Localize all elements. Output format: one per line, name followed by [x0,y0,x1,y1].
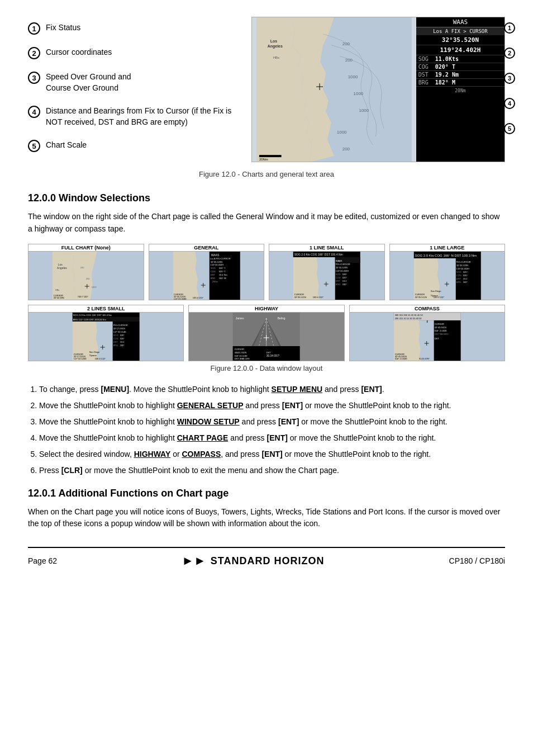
svg-text:100.4  152°: 100.4 152° [313,296,324,299]
figure-12-0-caption: Figure 12.0 - Charts and general text ar… [28,170,505,178]
svg-text:HBs: HBs [273,56,279,59]
svg-text:100.4  153°: 100.4 153° [192,296,203,299]
waas-label: WAAS [416,17,505,27]
chart-num-4: 4 [504,98,515,109]
svg-text:91.05  078°: 91.05 078° [418,357,430,360]
svg-text:19.2: 19.2 [463,277,468,280]
bold-text: [ENT] [282,401,303,410]
numbered-item-5: 5 Chart Scale [28,140,240,152]
bold-text: [ENT] [261,450,282,459]
svg-text:DST: DST [113,341,118,343]
chart-num-5: 5 [504,123,515,134]
diagram-1line-small: 1 LINE SMALL SOG 2.0 Kts COG 166° DST 10… [269,244,385,300]
svg-text:020°: 020° [120,337,125,340]
window-diagrams-row2: 2 LINES SMALL SOG 2.0 Kts COG 166° DST 1… [28,305,505,361]
svg-text:32°35.520N: 32°35.520N [336,266,348,269]
svg-text:182° M: 182° M [218,277,226,280]
svg-text:DST: DST [336,280,341,282]
svg-text:FIX>CURSOR: FIX>CURSOR [113,324,128,327]
section-12-0-0-title: 12.0.0 Window Selections [28,192,505,204]
diagram-1line-large-label: 1 LINE LARGE [390,244,505,252]
svg-text:020° T: 020° T [218,267,225,270]
svg-text:DST [NM] CRS: DST [NM] CRS [235,357,250,360]
underline-bold-text: GENERAL SETUP [177,401,244,410]
svg-text:DST: DST [434,337,439,340]
svg-text:117°32.514E: 117°32.514E [113,330,127,333]
svg-text:FIX>CURSOR: FIX>CURSOR [456,261,470,263]
svg-text:020°: 020° [463,274,468,277]
numbered-item-1: 1 Fix Status [28,22,240,35]
svg-text:FIX>CURSOR: FIX>CURSOR [336,263,350,266]
normal-text: . [382,385,384,394]
svg-text:28Nm: 28Nm [212,280,218,283]
svg-text:30.34  057°: 30.34 057° [266,354,280,357]
svg-text:182°: 182° [120,344,125,347]
instruction-item-5: Select the desired window, HIGHWAY or CO… [39,448,505,460]
scale-row: 20Nm [416,87,505,95]
svg-text:COG: COG [456,274,461,277]
svg-text:San Diego: San Diego [89,351,100,353]
sog-row: SOG 11.0Kts [416,55,505,63]
svg-text:32°35.520N: 32°35.520N [456,264,468,267]
svg-text:Angeles: Angeles [268,44,283,49]
cog-row: COG 020° T [416,63,505,71]
diagram-full-chart: FULL CHART (None) Los Angeles 200 200 10… [28,244,144,300]
svg-text:200  215  10   15  30  35  40 : 200 215 10 15 30 35 40 50 [394,317,422,320]
window-diagrams-row1: FULL CHART (None) Los Angeles 200 200 10… [28,244,505,300]
svg-text:WAAS: WAAS [336,259,342,262]
svg-text:1000: 1000 [354,91,364,96]
svg-text:SOG: SOG [210,267,215,270]
chart-panel: 200 200 1000 1000 1000 1000 200 Los Ange… [251,17,505,162]
item-text-1: Fix Status [46,22,80,34]
item-text-4: Distance and Bearings from Fix to Cursor… [46,106,240,127]
numbered-item-3: 3 Speed Over Ground andCourse Over Groun… [28,72,240,93]
svg-text:DST: DST [456,277,461,280]
normal-text: and press [243,401,282,410]
svg-text:SOG: SOG [113,334,118,337]
svg-text:010°-3.592E: 010°-3.592E [394,357,407,360]
bold-text: [MENU] [101,385,130,394]
item-text-3: Speed Over Ground andCourse Over Ground [46,72,131,93]
svg-text:200: 200 [86,277,90,280]
svg-text:COG: COG [336,276,341,279]
normal-text: and press [228,433,266,442]
svg-text:19.2: 19.2 [342,280,348,282]
item-text-2: Cursor coordinates [46,47,112,58]
diagram-1line-small-label: 1 LINE SMALL [269,244,384,252]
svg-text:BRG: BRG [456,281,461,284]
section-12-0-1-body: When on the Chart page you will notice i… [28,506,505,530]
svg-text:BRG: BRG [336,283,341,286]
svg-text:119°24.402H: 119°24.402H [210,263,223,266]
numbered-items-list: 1 Fix Status 2 Cursor coordinates 3 Spee… [28,17,240,164]
diagram-1line-large: 1 LINE LARGE SOG 2.0 Kts COG 166° N DST … [389,244,506,300]
svg-text:300  315  330  15  20  35  45 : 300 315 330 15 20 35 45 50 [394,314,423,316]
svg-text:SOG: SOG [336,273,341,276]
diagram-highway: HIGHWAY James Beling CURSOR 44 [188,305,344,361]
numbered-item-2: 2 Cursor coordinates [28,47,240,59]
brand-name: STANDARD HORIZON [211,555,325,567]
footer-model: CP180 / CP180i [449,556,505,565]
svg-text:Angeles: Angeles [57,266,68,270]
svg-text:749.7  102°: 749.7 102° [78,295,89,298]
svg-text:DST  NM  BRG: DST NM BRG [434,333,448,336]
svg-text:1000: 1000 [337,130,347,135]
underline-bold-text: WINDOW SETUP [177,417,240,426]
svg-text:200: 200 [342,147,350,152]
svg-rect-13 [259,155,282,157]
instruction-item-1: To change, press [MENU]. Move the Shuttl… [39,384,505,395]
section-12-0-0-body: The window on the right side of the Char… [28,211,505,235]
diagram-highway-label: HIGHWAY [189,305,344,313]
diagram-2lines-small-label: 2 LINES SMALL [28,305,183,313]
diagram-general-label: GENERAL [149,244,264,252]
bold-text: [ENT] [267,433,288,442]
svg-text:Tijuana: Tijuana [89,354,97,357]
svg-text:100.2  112°: 100.2 112° [433,296,444,299]
svg-text:BRG 112° COG DST 100124 Nm: BRG 112° COG DST 100124 Nm [73,318,107,321]
svg-text:DST: DST [210,273,215,276]
normal-text: or [170,450,182,459]
circle-num-5: 5 [28,140,40,152]
brg-row: BRG 182° M [416,79,505,87]
svg-text:19.2: 19.2 [120,341,125,343]
svg-text:1000: 1000 [359,108,369,113]
svg-text:BRG: BRG [113,344,118,347]
